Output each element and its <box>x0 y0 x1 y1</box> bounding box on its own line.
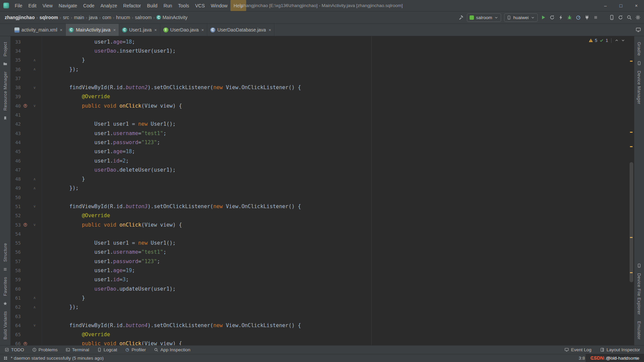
stop-icon[interactable] <box>593 15 598 20</box>
warning-mark[interactable] <box>630 61 633 62</box>
menu-tools[interactable]: Tools <box>175 0 192 11</box>
sync-project-icon[interactable] <box>618 15 623 20</box>
breadcrumb-item-zhangjinchao[interactable]: zhangjinchao <box>5 15 35 20</box>
fold-up-icon[interactable]: ∧ <box>30 305 40 309</box>
search-everywhere-icon[interactable] <box>627 15 632 20</box>
code-line-35[interactable]: 35∧ } <box>11 56 634 65</box>
code-line-48[interactable]: 48∧ } <box>11 174 634 183</box>
apply-changes-icon[interactable] <box>549 15 555 20</box>
code-line-39[interactable]: 39 @Override <box>11 92 634 101</box>
tool-window-structure[interactable]: Structure <box>3 243 8 262</box>
caret-position[interactable]: 3:8 <box>579 356 585 361</box>
tab-userdao-java[interactable]: IUserDao.java× <box>160 24 207 36</box>
code-line-65[interactable]: 65 @Override <box>11 330 634 339</box>
tool-window-resource-manager[interactable]: Resource Manager <box>3 71 8 111</box>
attach-debugger-icon[interactable] <box>584 15 590 20</box>
menu-navigate[interactable]: Navigate <box>56 0 80 11</box>
menu-edit[interactable]: Edit <box>25 0 40 11</box>
code-line-60[interactable]: 60 userDao.updateUser(user1); <box>11 284 634 293</box>
breadcrumb-item-salroom[interactable]: salroom <box>135 15 152 20</box>
code-line-62[interactable]: 62∧ }); <box>11 303 634 312</box>
tool-window-device-manager[interactable]: Device Manager <box>637 71 642 104</box>
tool-window-project[interactable]: Project <box>3 42 8 56</box>
close-icon[interactable]: × <box>154 27 157 33</box>
device-manager-icon[interactable] <box>609 15 614 20</box>
tab-activity-main-xml[interactable]: activity_main.xml× <box>11 24 66 36</box>
fold-down-icon[interactable]: ∨ <box>30 204 40 208</box>
device-file-icon[interactable] <box>637 263 641 268</box>
code-line-41[interactable]: 41 <box>11 110 634 119</box>
toolwindow-button-profiler[interactable]: Profiler <box>125 347 146 352</box>
code-line-63[interactable]: 63 <box>11 312 634 321</box>
fold-up-icon[interactable]: ∧ <box>30 186 40 190</box>
editor-options-icon[interactable] <box>636 27 641 33</box>
close-icon[interactable]: × <box>60 27 63 33</box>
tool-window-build-variants[interactable]: Build Variants <box>3 311 8 340</box>
code-line-66[interactable]: 66 public void onClick(View view) { <box>11 339 634 345</box>
tool-window-gradle[interactable]: Gradle <box>637 42 642 56</box>
code-line-57[interactable]: 57 user1.password="123"; <box>11 257 634 266</box>
code-line-42[interactable]: 42 User1 user1 = new User1(); <box>11 120 634 129</box>
fold-down-icon[interactable]: ∨ <box>30 323 40 327</box>
toolwindow-button-layout-inspector[interactable]: Layout Inspector <box>600 347 640 352</box>
profile-icon[interactable] <box>576 15 581 20</box>
run-config-select[interactable]: salroom <box>467 13 501 22</box>
minimize-icon[interactable]: – <box>598 0 613 11</box>
settings-icon[interactable] <box>635 15 641 20</box>
tool-window-emulator[interactable]: Emulator <box>637 321 642 340</box>
debug-icon[interactable] <box>567 15 572 20</box>
code-line-64[interactable]: 64∨ findViewById(R.id.button4).setOnClic… <box>11 321 634 330</box>
code-area[interactable]: 33 user1.age=18;34 userDao.insertUser(us… <box>11 36 634 345</box>
code-line-47[interactable]: 47 userDao.deleteUser(user1); <box>11 165 634 174</box>
code-line-33[interactable]: 33 user1.age=18; <box>11 37 634 46</box>
menu-run[interactable]: Run <box>160 0 175 11</box>
tab-mainactivity-java[interactable]: CMainActivity.java× <box>66 24 119 36</box>
next-problem-icon[interactable] <box>621 38 625 43</box>
fold-down-icon[interactable]: ∨ <box>30 104 40 108</box>
override-method-icon[interactable] <box>23 223 28 227</box>
fold-down-icon[interactable]: ∨ <box>30 223 40 227</box>
close-icon[interactable]: × <box>113 27 116 33</box>
menu-code[interactable]: Code <box>80 0 97 11</box>
code-line-40[interactable]: 40∨ public void onClick(View view) { <box>11 101 634 110</box>
tool-window-favorites[interactable]: Favorites <box>3 277 8 296</box>
fold-up-icon[interactable]: ∧ <box>30 177 40 181</box>
device-select[interactable]: huaiwei <box>504 13 538 22</box>
code-line-44[interactable]: 44 user1.password="123"; <box>11 138 634 147</box>
toolwindow-button-logcat[interactable]: Logcat <box>97 347 117 352</box>
star-icon[interactable] <box>3 301 7 306</box>
error-stripe[interactable] <box>629 36 634 345</box>
apply-code-changes-icon[interactable] <box>558 15 564 20</box>
code-line-51[interactable]: 51∨ findViewById(R.id.button3).setOnClic… <box>11 202 634 211</box>
breadcrumb-item-main[interactable]: main <box>74 15 84 20</box>
code-line-43[interactable]: 43 user1.username="test1"; <box>11 129 634 138</box>
menu-view[interactable]: View <box>40 0 56 11</box>
scrollbar-thumb[interactable] <box>630 162 633 282</box>
editor[interactable]: 33 user1.age=18;34 userDao.insertUser(us… <box>11 36 634 345</box>
close-icon[interactable]: × <box>269 27 271 33</box>
breadcrumb-item-mainactivity[interactable]: MainActivity <box>162 15 187 20</box>
menu-analyze[interactable]: Analyze <box>98 0 120 11</box>
toolwindow-button-event-log[interactable]: Event Log <box>565 347 591 352</box>
inspections-widget[interactable]: 5 1 <box>589 38 625 43</box>
tab-userdaodatabase-java[interactable]: CUserDaoDatabase.java× <box>207 24 274 36</box>
menu-file[interactable]: File <box>12 0 25 11</box>
code-line-45[interactable]: 45 user1.age=18; <box>11 147 634 156</box>
toolwindow-button-todo[interactable]: TODO <box>5 347 24 352</box>
warning-mark[interactable] <box>630 132 633 133</box>
code-line-54[interactable]: 54 <box>11 229 634 238</box>
maximize-icon[interactable]: □ <box>613 0 629 11</box>
fold-down-icon[interactable]: ∨ <box>30 85 40 90</box>
folder-icon[interactable] <box>3 62 7 66</box>
code-line-50[interactable]: 50 <box>11 193 634 202</box>
close-icon[interactable]: × <box>201 27 204 33</box>
menu-refactor[interactable]: Refactor <box>120 0 144 11</box>
run-icon[interactable] <box>541 15 546 20</box>
fold-up-icon[interactable]: ∧ <box>30 58 40 62</box>
code-line-46[interactable]: 46 user1.id=2; <box>11 156 634 165</box>
code-line-52[interactable]: 52 @Override <box>11 211 634 220</box>
menu-vcs[interactable]: VCS <box>192 0 208 11</box>
code-line-56[interactable]: 56 user1.username="test1"; <box>11 248 634 257</box>
tool-window-switcher-icon[interactable] <box>3 356 8 360</box>
code-line-37[interactable]: 37 <box>11 74 634 83</box>
